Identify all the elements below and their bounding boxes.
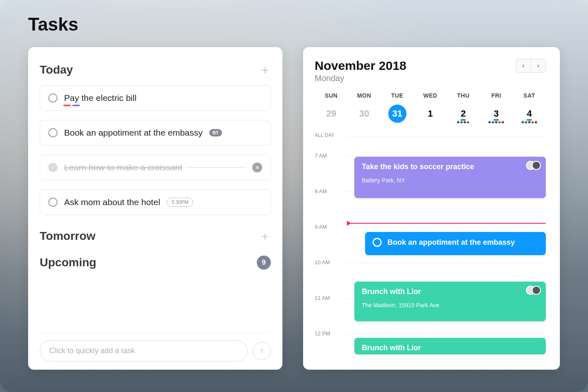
section-upcoming-title: Upcoming [40,256,96,269]
task-item[interactable]: Ask mom about the hotel 3:30PM [40,189,271,215]
time-label: 9 AM [315,224,346,230]
task-text: Ask mom about the hotel [64,197,160,207]
avatar [532,161,541,170]
timeline: 7 AM8 AM9 AM10 AM11 AM12 PM Take the kid… [315,153,546,363]
tag-red [63,105,71,106]
task-item[interactable]: Pay the electric bill [40,85,271,111]
task-time-badge: 3:30PM [167,198,193,207]
date-cell[interactable]: 31 [381,105,414,127]
date-cell[interactable]: 1 [414,108,447,123]
task-text: Pay the electric bill [64,93,136,103]
allday-divider [346,137,546,137]
calendar-event[interactable]: Book an appotiment at the embassy [365,232,546,255]
task-checkbox[interactable] [48,198,57,207]
date-event-dots [457,121,469,123]
add-today-task-button[interactable]: ＋ [259,62,271,78]
week-day-label: WED [414,92,447,99]
page-title: Tasks [8,8,580,35]
event-avatars [529,161,541,170]
week-day-label: TUE [381,92,414,99]
event-subtitle: Battery Park, NY [362,177,538,184]
calendar-dayname-label: Monday [315,74,406,83]
week-day-label: MON [348,92,381,99]
calendar-next-button[interactable]: › [531,59,546,73]
calendar-month-label: November 2018 [315,59,406,73]
tag-purple [72,105,80,106]
calendar-panel: November 2018 Monday ‹ › SUNMONTUEWEDTHU… [303,47,560,370]
event-checkbox[interactable] [373,238,382,247]
task-checkbox[interactable] [48,93,57,103]
event-avatars [529,286,541,295]
week-day-label: SUN [315,92,348,99]
task-text: Learn how to make a croissant [64,163,182,172]
task-text: Book an appotiment at the embassy [64,128,203,138]
date-cell[interactable]: 30 [348,108,381,123]
tasks-panel: Today ＋ Pay the electric bill Book an ap… [28,47,282,370]
date-event-dots [521,121,537,123]
event-title: Take the kids to soccer practice [362,163,538,171]
date-row: 2930311234 [315,105,546,127]
week-day-label: THU [447,92,480,99]
week-day-label: FRI [480,92,513,99]
date-cell[interactable]: 3 [480,108,513,123]
calendar-event[interactable]: Brunch with LiorThe Madison, 15919 Park … [354,282,546,321]
time-label: 8 AM [315,188,346,194]
allday-label: ALL DAY [315,132,346,138]
task-checkbox-checked[interactable] [48,163,57,172]
event-title: Brunch with Lior [362,344,538,352]
quick-add-input[interactable] [40,340,248,361]
task-badge: BT [209,129,222,136]
week-header-row: SUNMONTUEWEDTHUFRISAT [315,92,546,99]
week-day-label: SAT [513,92,546,99]
calendar-event[interactable]: Take the kids to soccer practiceBattery … [354,157,546,198]
task-item[interactable]: Learn how to make a croissant ✕ [40,155,271,180]
date-cell[interactable]: 29 [315,108,348,123]
time-label: 7 AM [315,153,346,159]
calendar-prev-button[interactable]: ‹ [516,59,531,73]
date-event-dots [488,121,504,123]
quick-add-submit-button[interactable]: ↑ [253,342,271,360]
task-divider-line [186,167,246,168]
avatar [532,286,541,295]
section-tomorrow-title: Tomorrow [40,229,96,243]
event-title: Book an appotiment at the embassy [373,238,538,247]
time-label: 11 AM [315,295,346,301]
task-remove-button[interactable]: ✕ [252,163,262,172]
date-cell[interactable]: 4 [513,108,546,123]
time-label: 10 AM [315,259,346,265]
upcoming-count-badge: 9 [257,256,271,270]
event-title: Brunch with Lior [362,287,538,296]
event-subtitle: The Madison, 15919 Park Ave [362,302,538,308]
section-today-title: Today [40,63,73,76]
date-cell[interactable]: 2 [447,108,480,123]
time-label: 12 PM [315,330,346,337]
add-tomorrow-task-button[interactable]: ＋ [259,228,271,244]
task-item[interactable]: Book an appotiment at the embassy BT [40,120,271,146]
calendar-event[interactable]: Brunch with Lior [354,338,546,354]
task-color-tags [63,105,80,106]
task-checkbox[interactable] [48,128,57,137]
today-task-list: Pay the electric bill Book an appotiment… [40,85,271,224]
